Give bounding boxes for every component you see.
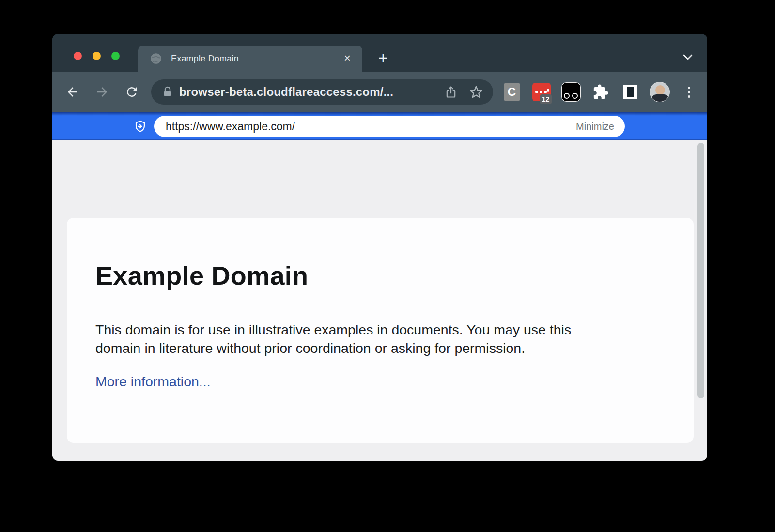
back-button[interactable] xyxy=(62,81,83,103)
shield-arrow-icon xyxy=(134,120,147,133)
extension-c-icon[interactable]: C xyxy=(504,83,520,101)
extension-badge: 12 xyxy=(540,94,552,104)
extensions-row: C 12 xyxy=(497,82,704,102)
toolbar: browser-beta.cloudflareaccess.com/... C xyxy=(52,72,707,112)
page-title: Example Domain xyxy=(95,260,308,290)
paragraph-line: This domain is for use in illustrative e… xyxy=(95,320,571,339)
extension-glasses-icon[interactable] xyxy=(561,82,581,102)
reload-button[interactable] xyxy=(121,81,142,103)
isolation-url-input[interactable] xyxy=(166,120,576,133)
traffic-close-button[interactable] xyxy=(74,52,82,60)
content-card: Example Domain This domain is for use in… xyxy=(67,218,694,443)
bookmark-star-icon[interactable] xyxy=(468,84,484,100)
address-bar-url: browser-beta.cloudflareaccess.com/... xyxy=(179,85,443,99)
traffic-zoom-button[interactable] xyxy=(111,52,120,60)
browser-menu-icon[interactable] xyxy=(688,87,690,98)
page-viewport: Example Domain This domain is for use in… xyxy=(52,140,707,461)
extensions-puzzle-icon[interactable] xyxy=(592,84,609,100)
lock-icon xyxy=(162,86,173,98)
tab-title: Example Domain xyxy=(171,54,340,64)
isolation-url-pill: Minimize xyxy=(154,116,625,137)
forward-button[interactable] xyxy=(92,81,113,103)
new-tab-button[interactable]: + xyxy=(374,50,392,67)
traffic-minimize-button[interactable] xyxy=(93,52,101,60)
paragraph-line: domain in literature without prior coord… xyxy=(95,339,571,357)
more-information-link[interactable]: More information... xyxy=(95,374,211,390)
page-paragraph: This domain is for use in illustrative e… xyxy=(95,320,571,357)
profile-avatar[interactable] xyxy=(650,82,670,102)
tab-example-domain[interactable]: Example Domain × xyxy=(138,46,362,72)
minimize-button[interactable]: Minimize xyxy=(576,121,614,132)
share-icon[interactable] xyxy=(443,84,459,100)
tab-strip: Example Domain × + xyxy=(52,34,707,72)
tab-search-chevron-down-icon[interactable] xyxy=(683,54,693,60)
isolation-bar: Minimize xyxy=(52,112,707,140)
tab-close-icon[interactable]: × xyxy=(340,51,355,66)
globe-favicon-icon xyxy=(150,52,162,65)
browser-window: Example Domain × + brow xyxy=(52,34,707,461)
side-panel-icon[interactable] xyxy=(623,85,637,99)
extension-red-dots-icon[interactable]: 12 xyxy=(532,83,551,101)
address-bar[interactable]: browser-beta.cloudflareaccess.com/... xyxy=(151,79,493,105)
page-scrollbar[interactable] xyxy=(698,143,704,398)
